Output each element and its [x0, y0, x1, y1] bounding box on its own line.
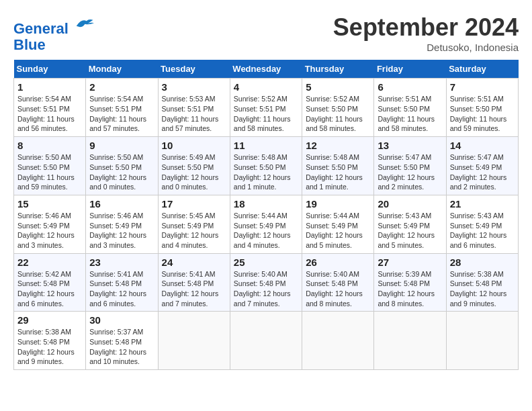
day-info: Sunrise: 5:41 AM Sunset: 5:48 PM Dayligh…: [89, 269, 154, 309]
page-header: General Blue September 2024 Detusoko, In…: [13, 13, 519, 53]
month-title: September 2024: [333, 13, 519, 42]
day-number: 12: [306, 140, 370, 151]
day-info: Sunrise: 5:50 AM Sunset: 5:50 PM Dayligh…: [17, 152, 82, 192]
calendar-cell: [374, 312, 446, 370]
calendar-cell: [302, 312, 374, 370]
day-info: Sunrise: 5:46 AM Sunset: 5:49 PM Dayligh…: [17, 211, 82, 250]
calendar-cell: 8Sunrise: 5:50 AM Sunset: 5:50 PM Daylig…: [14, 137, 86, 195]
day-info: Sunrise: 5:49 AM Sunset: 5:50 PM Dayligh…: [162, 152, 226, 192]
day-info: Sunrise: 5:44 AM Sunset: 5:49 PM Dayligh…: [306, 211, 370, 250]
calendar-cell: 26Sunrise: 5:40 AM Sunset: 5:48 PM Dayli…: [302, 253, 374, 312]
calendar-week-5: 29Sunrise: 5:38 AM Sunset: 5:48 PM Dayli…: [14, 312, 519, 370]
calendar-cell: 20Sunrise: 5:43 AM Sunset: 5:49 PM Dayli…: [374, 195, 446, 253]
calendar-cell: 14Sunrise: 5:47 AM Sunset: 5:49 PM Dayli…: [446, 137, 518, 195]
calendar-cell: 25Sunrise: 5:40 AM Sunset: 5:48 PM Dayli…: [230, 253, 302, 312]
calendar-cell: 16Sunrise: 5:46 AM Sunset: 5:49 PM Dayli…: [86, 195, 158, 253]
day-info: Sunrise: 5:43 AM Sunset: 5:49 PM Dayligh…: [450, 211, 515, 250]
day-info: Sunrise: 5:44 AM Sunset: 5:49 PM Dayligh…: [234, 211, 298, 250]
day-number: 4: [234, 81, 298, 93]
day-number: 28: [450, 257, 515, 268]
calendar-cell: 30Sunrise: 5:37 AM Sunset: 5:48 PM Dayli…: [86, 312, 158, 370]
logo-text: General: [13, 13, 94, 37]
day-info: Sunrise: 5:37 AM Sunset: 5:48 PM Dayligh…: [89, 327, 154, 367]
calendar-cell: 10Sunrise: 5:49 AM Sunset: 5:50 PM Dayli…: [158, 137, 230, 195]
day-info: Sunrise: 5:54 AM Sunset: 5:51 PM Dayligh…: [17, 94, 82, 134]
day-info: Sunrise: 5:48 AM Sunset: 5:50 PM Dayligh…: [306, 152, 370, 192]
logo: General Blue: [13, 13, 94, 53]
day-info: Sunrise: 5:51 AM Sunset: 5:50 PM Dayligh…: [378, 94, 442, 134]
calendar-table: SundayMondayTuesdayWednesdayThursdayFrid…: [13, 60, 519, 370]
weekday-header-saturday: Saturday: [446, 60, 518, 79]
day-number: 15: [17, 198, 82, 210]
location: Detusoko, Indonesia: [333, 42, 519, 53]
logo-blue: Blue: [13, 37, 94, 53]
day-info: Sunrise: 5:41 AM Sunset: 5:48 PM Dayligh…: [162, 269, 226, 309]
calendar-week-3: 15Sunrise: 5:46 AM Sunset: 5:49 PM Dayli…: [14, 195, 519, 253]
day-number: 1: [17, 81, 82, 93]
day-number: 17: [162, 198, 226, 210]
day-info: Sunrise: 5:48 AM Sunset: 5:50 PM Dayligh…: [234, 152, 298, 192]
calendar-cell: 6Sunrise: 5:51 AM Sunset: 5:50 PM Daylig…: [374, 79, 446, 137]
day-number: 27: [378, 257, 442, 268]
calendar-cell: [158, 312, 230, 370]
calendar-cell: 23Sunrise: 5:41 AM Sunset: 5:48 PM Dayli…: [86, 253, 158, 312]
day-info: Sunrise: 5:38 AM Sunset: 5:48 PM Dayligh…: [450, 269, 515, 309]
day-number: 10: [162, 140, 226, 151]
day-info: Sunrise: 5:47 AM Sunset: 5:49 PM Dayligh…: [450, 152, 515, 192]
day-info: Sunrise: 5:53 AM Sunset: 5:51 PM Dayligh…: [162, 94, 226, 134]
day-info: Sunrise: 5:54 AM Sunset: 5:51 PM Dayligh…: [89, 94, 154, 134]
weekday-header-sunday: Sunday: [14, 60, 86, 79]
calendar-cell: 29Sunrise: 5:38 AM Sunset: 5:48 PM Dayli…: [14, 312, 86, 370]
calendar-cell: 19Sunrise: 5:44 AM Sunset: 5:49 PM Dayli…: [302, 195, 374, 253]
calendar-week-2: 8Sunrise: 5:50 AM Sunset: 5:50 PM Daylig…: [14, 137, 519, 195]
calendar-cell: 7Sunrise: 5:51 AM Sunset: 5:50 PM Daylig…: [446, 79, 518, 137]
calendar-cell: 3Sunrise: 5:53 AM Sunset: 5:51 PM Daylig…: [158, 79, 230, 137]
calendar-week-4: 22Sunrise: 5:42 AM Sunset: 5:48 PM Dayli…: [14, 253, 519, 312]
calendar-cell: 24Sunrise: 5:41 AM Sunset: 5:48 PM Dayli…: [158, 253, 230, 312]
day-number: 29: [17, 314, 82, 326]
day-number: 2: [89, 81, 154, 93]
day-number: 9: [89, 140, 154, 151]
day-number: 5: [306, 81, 370, 93]
calendar-cell: 4Sunrise: 5:52 AM Sunset: 5:51 PM Daylig…: [230, 79, 302, 137]
calendar-cell: 1Sunrise: 5:54 AM Sunset: 5:51 PM Daylig…: [14, 79, 86, 137]
calendar-cell: 28Sunrise: 5:38 AM Sunset: 5:48 PM Dayli…: [446, 253, 518, 312]
day-info: Sunrise: 5:51 AM Sunset: 5:50 PM Dayligh…: [450, 94, 515, 134]
weekday-header-monday: Monday: [86, 60, 158, 79]
day-info: Sunrise: 5:47 AM Sunset: 5:50 PM Dayligh…: [378, 152, 442, 192]
calendar-cell: 2Sunrise: 5:54 AM Sunset: 5:51 PM Daylig…: [86, 79, 158, 137]
day-number: 20: [378, 198, 442, 210]
calendar-cell: 11Sunrise: 5:48 AM Sunset: 5:50 PM Dayli…: [230, 137, 302, 195]
day-number: 8: [17, 140, 82, 151]
day-number: 30: [89, 314, 154, 326]
day-info: Sunrise: 5:50 AM Sunset: 5:50 PM Dayligh…: [89, 152, 154, 192]
day-number: 6: [378, 81, 442, 93]
day-number: 25: [234, 257, 298, 268]
title-block: September 2024 Detusoko, Indonesia: [333, 13, 519, 53]
logo-bird-icon: [74, 13, 94, 34]
day-info: Sunrise: 5:52 AM Sunset: 5:51 PM Dayligh…: [234, 94, 298, 134]
weekday-header-thursday: Thursday: [302, 60, 374, 79]
weekday-header-row: SundayMondayTuesdayWednesdayThursdayFrid…: [14, 60, 519, 79]
day-number: 11: [234, 140, 298, 151]
day-info: Sunrise: 5:42 AM Sunset: 5:48 PM Dayligh…: [17, 269, 82, 309]
day-number: 16: [89, 198, 154, 210]
calendar-week-1: 1Sunrise: 5:54 AM Sunset: 5:51 PM Daylig…: [14, 79, 519, 137]
logo-general: General: [13, 20, 69, 37]
day-number: 3: [162, 81, 226, 93]
weekday-header-tuesday: Tuesday: [158, 60, 230, 79]
day-info: Sunrise: 5:43 AM Sunset: 5:49 PM Dayligh…: [378, 211, 442, 250]
day-info: Sunrise: 5:39 AM Sunset: 5:48 PM Dayligh…: [378, 269, 442, 309]
day-number: 22: [17, 257, 82, 268]
day-number: 19: [306, 198, 370, 210]
calendar-cell: 13Sunrise: 5:47 AM Sunset: 5:50 PM Dayli…: [374, 137, 446, 195]
day-info: Sunrise: 5:40 AM Sunset: 5:48 PM Dayligh…: [234, 269, 298, 309]
calendar-cell: [446, 312, 518, 370]
calendar-cell: [230, 312, 302, 370]
day-number: 21: [450, 198, 515, 210]
calendar-cell: 18Sunrise: 5:44 AM Sunset: 5:49 PM Dayli…: [230, 195, 302, 253]
calendar-cell: 15Sunrise: 5:46 AM Sunset: 5:49 PM Dayli…: [14, 195, 86, 253]
day-number: 23: [89, 257, 154, 268]
calendar-cell: 22Sunrise: 5:42 AM Sunset: 5:48 PM Dayli…: [14, 253, 86, 312]
day-info: Sunrise: 5:40 AM Sunset: 5:48 PM Dayligh…: [306, 269, 370, 309]
